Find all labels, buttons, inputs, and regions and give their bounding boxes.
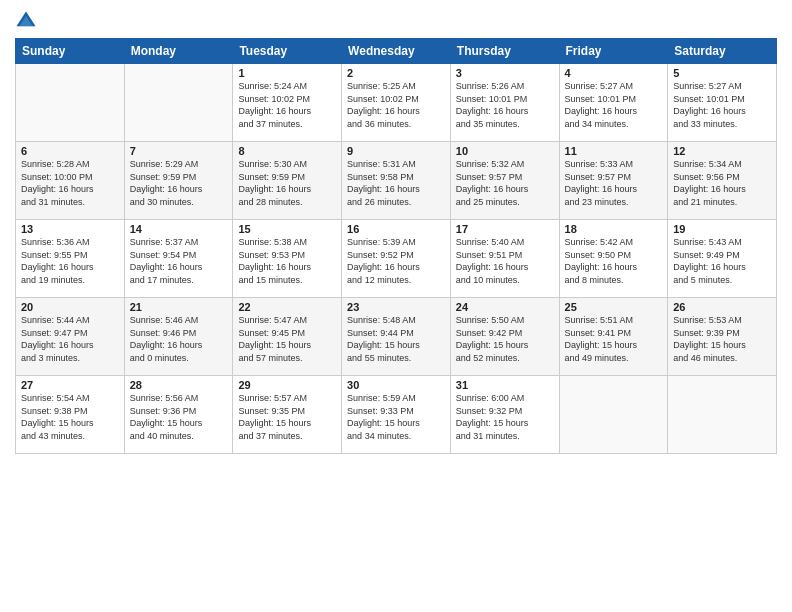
day-info: Sunrise: 5:50 AM Sunset: 9:42 PM Dayligh… xyxy=(456,314,554,364)
day-number: 29 xyxy=(238,379,336,391)
day-number: 26 xyxy=(673,301,771,313)
day-number: 31 xyxy=(456,379,554,391)
day-cell: 16Sunrise: 5:39 AM Sunset: 9:52 PM Dayli… xyxy=(342,220,451,298)
day-info: Sunrise: 5:25 AM Sunset: 10:02 PM Daylig… xyxy=(347,80,445,130)
day-cell: 4Sunrise: 5:27 AM Sunset: 10:01 PM Dayli… xyxy=(559,64,668,142)
day-cell: 23Sunrise: 5:48 AM Sunset: 9:44 PM Dayli… xyxy=(342,298,451,376)
header xyxy=(15,10,777,32)
day-info: Sunrise: 5:27 AM Sunset: 10:01 PM Daylig… xyxy=(565,80,663,130)
week-row-4: 20Sunrise: 5:44 AM Sunset: 9:47 PM Dayli… xyxy=(16,298,777,376)
day-number: 2 xyxy=(347,67,445,79)
day-info: Sunrise: 5:53 AM Sunset: 9:39 PM Dayligh… xyxy=(673,314,771,364)
day-number: 20 xyxy=(21,301,119,313)
week-row-1: 1Sunrise: 5:24 AM Sunset: 10:02 PM Dayli… xyxy=(16,64,777,142)
week-row-5: 27Sunrise: 5:54 AM Sunset: 9:38 PM Dayli… xyxy=(16,376,777,454)
day-cell: 10Sunrise: 5:32 AM Sunset: 9:57 PM Dayli… xyxy=(450,142,559,220)
day-cell xyxy=(16,64,125,142)
day-number: 3 xyxy=(456,67,554,79)
day-cell: 12Sunrise: 5:34 AM Sunset: 9:56 PM Dayli… xyxy=(668,142,777,220)
day-number: 17 xyxy=(456,223,554,235)
day-info: Sunrise: 5:30 AM Sunset: 9:59 PM Dayligh… xyxy=(238,158,336,208)
day-info: Sunrise: 5:31 AM Sunset: 9:58 PM Dayligh… xyxy=(347,158,445,208)
weekday-header-monday: Monday xyxy=(124,39,233,64)
day-cell: 7Sunrise: 5:29 AM Sunset: 9:59 PM Daylig… xyxy=(124,142,233,220)
day-info: Sunrise: 5:47 AM Sunset: 9:45 PM Dayligh… xyxy=(238,314,336,364)
day-cell: 22Sunrise: 5:47 AM Sunset: 9:45 PM Dayli… xyxy=(233,298,342,376)
day-info: Sunrise: 5:38 AM Sunset: 9:53 PM Dayligh… xyxy=(238,236,336,286)
day-info: Sunrise: 5:34 AM Sunset: 9:56 PM Dayligh… xyxy=(673,158,771,208)
day-number: 28 xyxy=(130,379,228,391)
day-number: 13 xyxy=(21,223,119,235)
logo-icon xyxy=(15,10,37,32)
day-info: Sunrise: 5:46 AM Sunset: 9:46 PM Dayligh… xyxy=(130,314,228,364)
day-cell: 2Sunrise: 5:25 AM Sunset: 10:02 PM Dayli… xyxy=(342,64,451,142)
day-cell: 17Sunrise: 5:40 AM Sunset: 9:51 PM Dayli… xyxy=(450,220,559,298)
day-number: 6 xyxy=(21,145,119,157)
day-number: 7 xyxy=(130,145,228,157)
day-info: Sunrise: 5:27 AM Sunset: 10:01 PM Daylig… xyxy=(673,80,771,130)
day-info: Sunrise: 5:57 AM Sunset: 9:35 PM Dayligh… xyxy=(238,392,336,442)
day-info: Sunrise: 5:24 AM Sunset: 10:02 PM Daylig… xyxy=(238,80,336,130)
day-cell: 19Sunrise: 5:43 AM Sunset: 9:49 PM Dayli… xyxy=(668,220,777,298)
day-cell: 11Sunrise: 5:33 AM Sunset: 9:57 PM Dayli… xyxy=(559,142,668,220)
day-info: Sunrise: 5:26 AM Sunset: 10:01 PM Daylig… xyxy=(456,80,554,130)
day-number: 1 xyxy=(238,67,336,79)
week-row-3: 13Sunrise: 5:36 AM Sunset: 9:55 PM Dayli… xyxy=(16,220,777,298)
day-cell: 18Sunrise: 5:42 AM Sunset: 9:50 PM Dayli… xyxy=(559,220,668,298)
day-number: 19 xyxy=(673,223,771,235)
weekday-header-wednesday: Wednesday xyxy=(342,39,451,64)
day-number: 12 xyxy=(673,145,771,157)
day-cell: 5Sunrise: 5:27 AM Sunset: 10:01 PM Dayli… xyxy=(668,64,777,142)
day-cell: 27Sunrise: 5:54 AM Sunset: 9:38 PM Dayli… xyxy=(16,376,125,454)
day-cell: 31Sunrise: 6:00 AM Sunset: 9:32 PM Dayli… xyxy=(450,376,559,454)
day-info: Sunrise: 5:43 AM Sunset: 9:49 PM Dayligh… xyxy=(673,236,771,286)
day-number: 4 xyxy=(565,67,663,79)
day-number: 16 xyxy=(347,223,445,235)
day-cell: 30Sunrise: 5:59 AM Sunset: 9:33 PM Dayli… xyxy=(342,376,451,454)
day-number: 9 xyxy=(347,145,445,157)
day-info: Sunrise: 5:44 AM Sunset: 9:47 PM Dayligh… xyxy=(21,314,119,364)
day-cell: 15Sunrise: 5:38 AM Sunset: 9:53 PM Dayli… xyxy=(233,220,342,298)
day-number: 24 xyxy=(456,301,554,313)
page: SundayMondayTuesdayWednesdayThursdayFrid… xyxy=(0,0,792,612)
day-cell: 24Sunrise: 5:50 AM Sunset: 9:42 PM Dayli… xyxy=(450,298,559,376)
day-number: 18 xyxy=(565,223,663,235)
day-info: Sunrise: 5:33 AM Sunset: 9:57 PM Dayligh… xyxy=(565,158,663,208)
day-info: Sunrise: 5:37 AM Sunset: 9:54 PM Dayligh… xyxy=(130,236,228,286)
day-info: Sunrise: 5:59 AM Sunset: 9:33 PM Dayligh… xyxy=(347,392,445,442)
day-info: Sunrise: 5:51 AM Sunset: 9:41 PM Dayligh… xyxy=(565,314,663,364)
day-number: 22 xyxy=(238,301,336,313)
day-cell: 21Sunrise: 5:46 AM Sunset: 9:46 PM Dayli… xyxy=(124,298,233,376)
day-cell: 20Sunrise: 5:44 AM Sunset: 9:47 PM Dayli… xyxy=(16,298,125,376)
week-row-2: 6Sunrise: 5:28 AM Sunset: 10:00 PM Dayli… xyxy=(16,142,777,220)
day-cell: 3Sunrise: 5:26 AM Sunset: 10:01 PM Dayli… xyxy=(450,64,559,142)
day-number: 25 xyxy=(565,301,663,313)
day-cell xyxy=(559,376,668,454)
day-cell: 8Sunrise: 5:30 AM Sunset: 9:59 PM Daylig… xyxy=(233,142,342,220)
day-number: 5 xyxy=(673,67,771,79)
day-info: Sunrise: 5:28 AM Sunset: 10:00 PM Daylig… xyxy=(21,158,119,208)
day-info: Sunrise: 5:42 AM Sunset: 9:50 PM Dayligh… xyxy=(565,236,663,286)
day-cell: 13Sunrise: 5:36 AM Sunset: 9:55 PM Dayli… xyxy=(16,220,125,298)
calendar: SundayMondayTuesdayWednesdayThursdayFrid… xyxy=(15,38,777,454)
day-number: 10 xyxy=(456,145,554,157)
day-info: Sunrise: 5:36 AM Sunset: 9:55 PM Dayligh… xyxy=(21,236,119,286)
day-number: 8 xyxy=(238,145,336,157)
day-number: 30 xyxy=(347,379,445,391)
day-info: Sunrise: 5:29 AM Sunset: 9:59 PM Dayligh… xyxy=(130,158,228,208)
day-info: Sunrise: 6:00 AM Sunset: 9:32 PM Dayligh… xyxy=(456,392,554,442)
day-info: Sunrise: 5:39 AM Sunset: 9:52 PM Dayligh… xyxy=(347,236,445,286)
day-number: 11 xyxy=(565,145,663,157)
day-number: 14 xyxy=(130,223,228,235)
day-info: Sunrise: 5:32 AM Sunset: 9:57 PM Dayligh… xyxy=(456,158,554,208)
day-cell: 14Sunrise: 5:37 AM Sunset: 9:54 PM Dayli… xyxy=(124,220,233,298)
day-info: Sunrise: 5:56 AM Sunset: 9:36 PM Dayligh… xyxy=(130,392,228,442)
weekday-header-thursday: Thursday xyxy=(450,39,559,64)
day-number: 15 xyxy=(238,223,336,235)
day-number: 23 xyxy=(347,301,445,313)
day-cell: 9Sunrise: 5:31 AM Sunset: 9:58 PM Daylig… xyxy=(342,142,451,220)
weekday-header-saturday: Saturday xyxy=(668,39,777,64)
day-cell: 6Sunrise: 5:28 AM Sunset: 10:00 PM Dayli… xyxy=(16,142,125,220)
weekday-header-tuesday: Tuesday xyxy=(233,39,342,64)
day-number: 21 xyxy=(130,301,228,313)
